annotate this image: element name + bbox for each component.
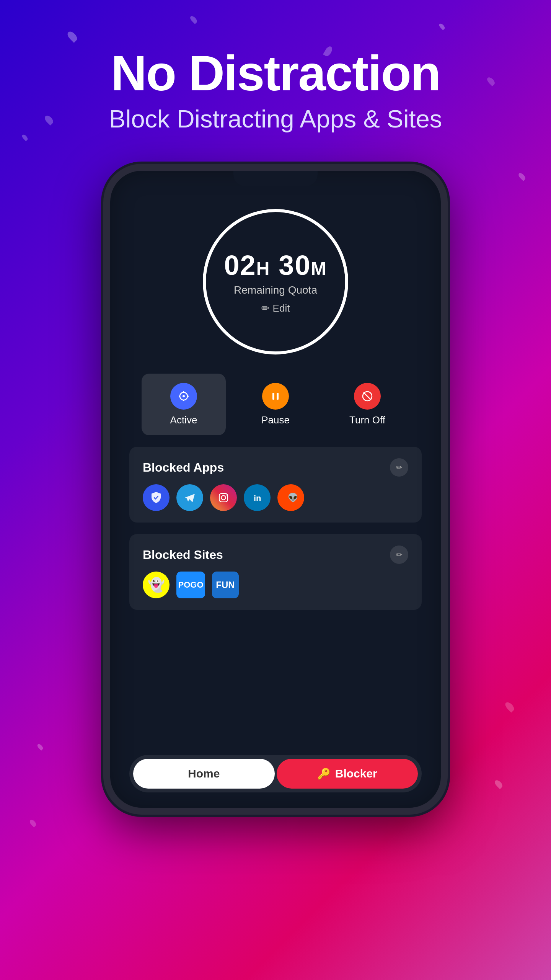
pause-button[interactable]: Pause — [233, 374, 318, 435]
svg-line-9 — [364, 392, 371, 400]
blocked-apps-header: Blocked Apps ✏ — [143, 458, 408, 477]
main-title: No Distraction — [109, 46, 442, 101]
decorative-petal — [504, 701, 515, 712]
decorative-petal — [21, 134, 29, 141]
blocked-sites-title: Blocked Sites — [143, 548, 223, 562]
timer-section: 02H 30M Remaining Quota ✏ Edit — [203, 209, 348, 354]
timer-minutes: 30 — [279, 250, 311, 281]
blocked-apps-title: Blocked Apps — [143, 461, 224, 475]
svg-point-12 — [226, 495, 227, 496]
decorative-petal — [29, 819, 37, 828]
site-icon-snapchat: 👻 — [143, 572, 170, 598]
timer-display: 02H 30M — [224, 250, 327, 281]
blocked-sites-icons: 👻 POGO FUN — [143, 572, 408, 598]
turnoff-label: Turn Off — [349, 414, 385, 426]
active-label: Active — [170, 414, 197, 426]
action-buttons-row: Active Pause Turn Off — [129, 374, 422, 435]
pause-icon — [262, 383, 289, 410]
phone-frame: 02H 30M Remaining Quota ✏ Edit — [103, 164, 448, 815]
blocked-sites-edit-button[interactable]: ✏ — [390, 546, 408, 564]
blocked-apps-edit-button[interactable]: ✏ — [390, 458, 408, 477]
app-icon-telegram — [176, 484, 203, 511]
pause-label: Pause — [261, 414, 290, 426]
site-icon-fun: FUN — [212, 572, 239, 598]
timer-label: Remaining Quota — [234, 284, 317, 296]
home-label: Home — [188, 767, 220, 780]
svg-text:👽: 👽 — [288, 492, 298, 503]
decorative-petal — [486, 76, 496, 87]
svg-point-11 — [222, 496, 226, 500]
svg-text:in: in — [254, 493, 261, 503]
key-icon: 🔑 — [317, 768, 331, 780]
turnoff-icon — [354, 383, 381, 410]
blocked-apps-card: Blocked Apps ✏ — [129, 447, 422, 523]
decorative-petal — [43, 114, 55, 126]
site-icon-pogo: POGO — [176, 572, 205, 598]
svg-rect-7 — [277, 393, 279, 400]
decorative-petal — [517, 172, 527, 181]
pencil-icon: ✏ — [261, 302, 270, 314]
blocked-sites-card: Blocked Sites ✏ 👻 POGO FUN — [129, 534, 422, 610]
timer-hours: 02 — [224, 250, 256, 281]
turnoff-button[interactable]: Turn Off — [325, 374, 409, 435]
app-icon-instagram — [210, 484, 237, 511]
decorative-petal — [36, 743, 44, 751]
edit-icon: ✏ — [396, 463, 403, 472]
app-icon-linkedin: in — [244, 484, 271, 511]
sub-title: Block Distracting Apps & Sites — [109, 105, 442, 133]
decorative-petal — [494, 779, 504, 789]
edit-icon: ✏ — [396, 550, 403, 559]
home-nav-button[interactable]: Home — [133, 759, 275, 789]
timer-edit-button[interactable]: ✏ Edit — [261, 302, 290, 314]
header-section: No Distraction Block Distracting Apps & … — [109, 0, 442, 133]
timer-hours-unit: H — [256, 258, 271, 279]
timer-minutes-unit: M — [311, 258, 327, 279]
phone-container: 02H 30M Remaining Quota ✏ Edit — [103, 164, 448, 815]
decorative-petal — [66, 30, 79, 43]
blocker-label: Blocker — [335, 767, 377, 780]
active-button[interactable]: Active — [142, 374, 226, 435]
blocker-nav-button[interactable]: 🔑 Blocker — [277, 759, 418, 789]
timer-circle: 02H 30M Remaining Quota ✏ Edit — [203, 209, 348, 354]
svg-rect-6 — [272, 393, 274, 400]
blocked-sites-header: Blocked Sites ✏ — [143, 546, 408, 564]
blocked-apps-icons: in 👽 — [143, 484, 408, 511]
svg-point-1 — [183, 395, 185, 397]
bottom-navigation: Home 🔑 Blocker — [129, 755, 422, 792]
app-icon-reddit: 👽 — [277, 484, 304, 511]
app-icon-shield — [143, 484, 170, 511]
active-icon — [170, 383, 197, 410]
